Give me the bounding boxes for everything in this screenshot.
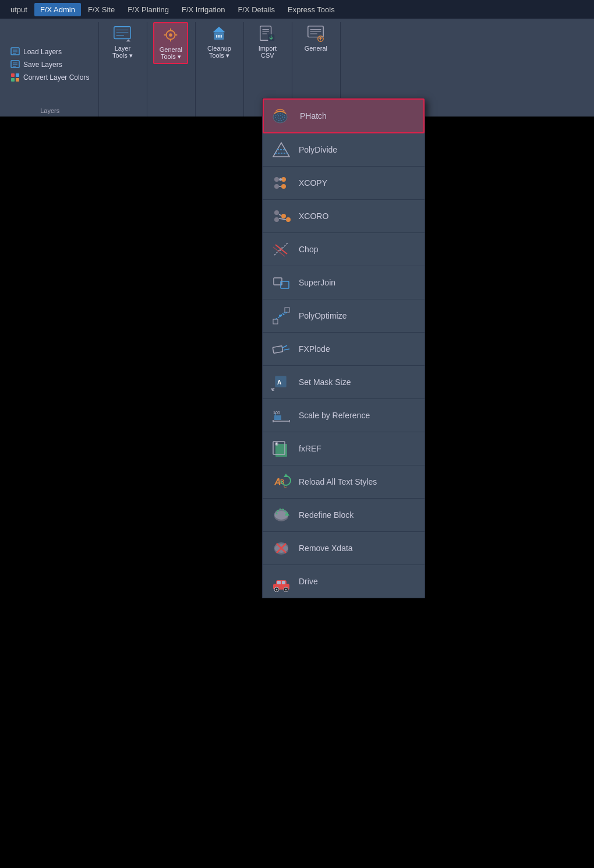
svg-line-60 xyxy=(279,218,286,220)
dropdown-item-superjoin[interactable]: SuperJoin xyxy=(263,266,425,299)
phatch-label: PHatch xyxy=(300,111,327,121)
svg-rect-11 xyxy=(16,78,19,82)
svg-rect-9 xyxy=(16,73,19,77)
cleanup-tools-label: CleanupTools ▾ xyxy=(207,45,231,59)
dropdown-panel: PHatch PolyDivide xyxy=(262,98,425,598)
polydivide-label: PolyDivide xyxy=(299,145,337,154)
dropdown-item-xcoro[interactable]: XCORO xyxy=(263,200,425,233)
svg-line-59 xyxy=(279,214,281,216)
ribbon-group-layers: Load Layers Save Layers xyxy=(5,22,99,117)
xcopy-icon xyxy=(271,172,292,193)
cleanup-tools-button[interactable]: CleanupTools ▾ xyxy=(201,22,236,62)
svg-point-51 xyxy=(281,177,286,182)
svg-rect-10 xyxy=(11,78,15,82)
svg-point-56 xyxy=(274,217,279,222)
save-layers-label: Save Layers xyxy=(23,61,62,69)
layer-tools-icon xyxy=(113,24,132,43)
save-layers-button[interactable]: Save Layers xyxy=(8,59,91,70)
removexdata-icon xyxy=(271,538,292,559)
xcoro-icon xyxy=(271,206,292,227)
load-layers-label: Load Layers xyxy=(23,48,62,56)
svg-rect-68 xyxy=(273,319,278,324)
phatch-icon xyxy=(272,105,293,126)
menu-item-fxsite[interactable]: F/X Site xyxy=(82,3,121,16)
dropdown-item-xcopy[interactable]: XCOPY xyxy=(263,167,425,200)
general-icon xyxy=(306,24,325,43)
cleanup-tools-icon xyxy=(210,24,228,43)
dropdown-item-polyoptimize[interactable]: PolyOptimize xyxy=(263,299,425,333)
xcopy-label: XCOPY xyxy=(299,178,327,188)
ribbon-group-layertools: LayerTools ▾ xyxy=(101,22,147,117)
save-layers-icon xyxy=(10,60,20,69)
polyoptimize-label: PolyOptimize xyxy=(299,311,346,320)
removexdata-label: Remove Xdata xyxy=(299,544,353,553)
dropdown-item-drive[interactable]: Drive xyxy=(263,565,425,598)
reloadtext-icon: A B C xyxy=(271,471,292,492)
svg-point-22 xyxy=(169,33,173,37)
load-layers-button[interactable]: Load Layers xyxy=(8,46,91,58)
dropdown-item-fxplode[interactable]: FXPlode xyxy=(263,333,425,366)
svg-rect-106 xyxy=(282,581,285,584)
svg-marker-95 xyxy=(284,474,288,477)
drive-icon xyxy=(271,571,292,592)
dropdown-item-phatch[interactable]: PHatch xyxy=(263,98,425,133)
menu-item-output[interactable]: utput xyxy=(5,3,33,16)
svg-rect-69 xyxy=(285,308,289,312)
svg-point-71 xyxy=(279,315,281,317)
reloadtext-label: Reload All Text Styles xyxy=(299,477,377,486)
scalereference-label: Scale by Reference xyxy=(299,411,370,420)
svg-text:A: A xyxy=(277,379,281,386)
fxplode-icon xyxy=(271,338,292,359)
menu-bar: utput F/X Admin F/X Site F/X Planting F/… xyxy=(0,0,594,19)
dropdown-item-reloadtext[interactable]: A B C Reload All Text Styles xyxy=(263,465,425,499)
redefineblock-icon xyxy=(271,504,292,525)
dropdown-item-scalereference[interactable]: 100 Scale by Reference xyxy=(263,399,425,432)
fxplode-label: FXPlode xyxy=(299,344,330,354)
dropdown-item-chop[interactable]: Chop xyxy=(263,233,425,266)
dropdown-item-setmask[interactable]: A Set Mask Size xyxy=(263,366,425,399)
drive-label: Drive xyxy=(299,577,318,586)
menu-item-fxirrigation[interactable]: F/X Irrigation xyxy=(176,3,231,16)
setmask-icon: A xyxy=(271,372,292,393)
load-layers-icon xyxy=(10,47,20,57)
dropdown-item-removexdata[interactable]: Remove Xdata xyxy=(263,532,425,565)
chop-label: Chop xyxy=(299,245,318,254)
dropdown-item-polydivide[interactable]: PolyDivide xyxy=(263,133,425,167)
layers-buttons: Load Layers Save Layers xyxy=(8,22,91,107)
import-csv-button[interactable]: ImportCSV xyxy=(250,22,285,61)
superjoin-icon xyxy=(271,272,292,293)
import-csv-label: ImportCSV xyxy=(259,45,277,59)
setmask-label: Set Mask Size xyxy=(299,377,351,387)
menu-item-fxplanting[interactable]: F/X Planting xyxy=(122,3,175,16)
dropdown-item-fxref[interactable]: fxREF xyxy=(263,432,425,465)
svg-line-75 xyxy=(284,349,289,350)
layer-tools-label: LayerTools ▾ xyxy=(112,45,133,59)
ribbon-group-cleanuptools: CleanupTools ▾ xyxy=(198,22,244,117)
svg-point-110 xyxy=(285,589,287,591)
general-tools-button[interactable]: GeneralTools ▾ xyxy=(153,22,188,64)
general-tools-icon xyxy=(161,26,180,44)
dropdown-item-redefineblock[interactable]: Redefine Block xyxy=(263,499,425,532)
menu-item-fxadmin[interactable]: F/X Admin xyxy=(34,3,81,16)
import-csv-icon xyxy=(258,24,277,43)
menu-item-expresstools[interactable]: Express Tools xyxy=(282,3,341,16)
svg-point-109 xyxy=(276,589,278,591)
chop-icon xyxy=(271,239,292,260)
svg-rect-105 xyxy=(277,581,281,584)
svg-point-57 xyxy=(281,214,286,218)
convert-layer-colors-button[interactable]: Convert Layer Colors xyxy=(8,72,91,83)
convert-colors-label: Convert Layer Colors xyxy=(23,73,89,82)
scalereference-icon: 100 xyxy=(271,405,292,426)
menu-item-fxdetails[interactable]: F/X Details xyxy=(232,3,281,16)
general-button[interactable]: General xyxy=(298,22,333,54)
fxref-label: fxREF xyxy=(299,444,321,453)
svg-marker-16 xyxy=(126,39,131,41)
svg-rect-84 xyxy=(274,415,281,420)
layer-tools-button[interactable]: LayerTools ▾ xyxy=(105,22,140,62)
general-label: General xyxy=(305,45,327,52)
fxref-icon xyxy=(271,438,292,459)
svg-point-49 xyxy=(274,177,279,182)
superjoin-label: SuperJoin xyxy=(299,278,335,287)
xcoro-label: XCORO xyxy=(299,211,328,221)
layers-group-label: Layers xyxy=(40,107,59,117)
